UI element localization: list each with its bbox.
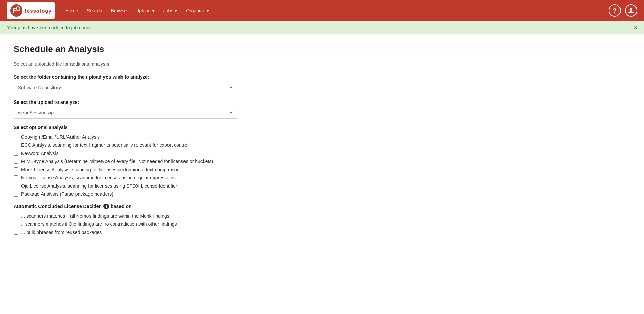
- svg-text:F: F: [13, 6, 17, 14]
- page-subtitle: Select an uploaded file for additional a…: [14, 61, 395, 67]
- notification-banner: Your jobs have been added to job queue ×: [0, 21, 644, 34]
- nav-search[interactable]: Search: [83, 5, 105, 16]
- checkbox-ojo-no-contradiction-input[interactable]: [14, 222, 18, 226]
- optional-analysis-checkboxes: Copyright/Email/URL/Author Analysis ECC …: [14, 134, 395, 197]
- checkbox-monk-input[interactable]: [14, 167, 18, 172]
- nav-links: Home Search Browse Upload ▾ Jobs ▾ Organ…: [62, 5, 609, 16]
- checkbox-keyword-input[interactable]: [14, 151, 18, 156]
- jobs-chevron-icon: ▾: [175, 8, 177, 13]
- organize-chevron-icon: ▾: [207, 8, 209, 13]
- notification-close-button[interactable]: ×: [633, 25, 637, 31]
- checkbox-copyright[interactable]: Copyright/Email/URL/Author Analysis: [14, 134, 395, 140]
- checkbox-package-input[interactable]: [14, 192, 18, 197]
- checkbox-ojo-no-contradiction[interactable]: .. scanners matches if Ojo findings are …: [14, 221, 395, 227]
- notification-message: Your jobs have been added to job queue: [7, 25, 92, 30]
- checkbox-auto-4[interactable]: [14, 238, 395, 242]
- help-button[interactable]: ?: [609, 4, 621, 17]
- checkbox-nomos-label: Nomos License Analysis, scanning for lic…: [21, 175, 176, 180]
- checkbox-ojo-no-contradiction-label: .. scanners matches if Ojo findings are …: [21, 221, 177, 227]
- checkbox-ecc[interactable]: ECC Analysis, scanning for text fragment…: [14, 142, 395, 148]
- user-icon: [628, 7, 634, 14]
- checkbox-keyword[interactable]: Keyword Analysis: [14, 151, 395, 156]
- checkbox-monk-label: Monk License Analysis, scanning for lice…: [21, 167, 179, 172]
- optional-analysis-title: Select optional analysis: [14, 125, 395, 130]
- checkbox-nomos-monk[interactable]: ... scanners matches if all Nomos findin…: [14, 213, 395, 219]
- checkbox-bulk-phrases-input[interactable]: [14, 230, 18, 235]
- checkbox-nomos-input[interactable]: [14, 175, 18, 180]
- checkbox-nomos[interactable]: Nomos License Analysis, scanning for lic…: [14, 175, 395, 180]
- checkbox-nomos-monk-input[interactable]: [14, 214, 18, 218]
- checkbox-ecc-input[interactable]: [14, 143, 18, 147]
- user-button[interactable]: [625, 4, 637, 17]
- info-icon[interactable]: ℹ: [103, 204, 109, 209]
- upload-select[interactable]: webdSession.zip: [14, 107, 238, 119]
- folder-select[interactable]: Software Repository: [14, 82, 238, 93]
- checkbox-package-label: Package Analysis (Parse package headers): [21, 191, 113, 197]
- checkbox-ecc-label: ECC Analysis, scanning for text fragment…: [21, 142, 188, 148]
- nav-organize[interactable]: Organize ▾: [182, 5, 212, 16]
- checkbox-mime-label: MIME-type Analysis (Determine mimetype o…: [21, 159, 213, 164]
- page-title: Schedule an Analysis: [14, 44, 395, 54]
- checkbox-nomos-monk-label: ... scanners matches if all Nomos findin…: [21, 213, 170, 219]
- nav-jobs[interactable]: Jobs ▾: [160, 5, 181, 16]
- nav-browse[interactable]: Browse: [108, 5, 130, 16]
- auto-concluded-title-prefix: Automatic Concluded License Decider,: [14, 204, 102, 209]
- logo[interactable]: F fossology: [7, 2, 55, 19]
- checkbox-copyright-label: Copyright/Email/URL/Author Analysis: [21, 134, 100, 140]
- upload-select-group: Select the upload to analyze: webdSessio…: [14, 99, 395, 119]
- checkbox-monk[interactable]: Monk License Analysis, scanning for lice…: [14, 167, 395, 172]
- checkbox-package[interactable]: Package Analysis (Parse package headers): [14, 191, 395, 197]
- nav-right: ?: [609, 4, 637, 17]
- nav-upload[interactable]: Upload ▾: [132, 5, 158, 16]
- upload-chevron-icon: ▾: [152, 8, 155, 13]
- checkbox-keyword-label: Keyword Analysis: [21, 151, 59, 156]
- auto-concluded-title: Automatic Concluded License Decider, ℹ b…: [14, 204, 395, 209]
- checkbox-copyright-input[interactable]: [14, 135, 18, 139]
- upload-select-label: Select the upload to analyze:: [14, 99, 395, 105]
- auto-concluded-title-suffix: based on: [111, 204, 131, 209]
- checkbox-mime[interactable]: MIME-type Analysis (Determine mimetype o…: [14, 159, 395, 164]
- auto-concluded-section: Automatic Concluded License Decider, ℹ b…: [14, 204, 395, 242]
- checkbox-ojo[interactable]: Ojo License Analysis, scanning for licen…: [14, 183, 395, 189]
- checkbox-bulk-phrases[interactable]: ... bulk phrases from reused packages: [14, 230, 395, 235]
- folder-select-label: Select the folder containing the upload …: [14, 74, 395, 80]
- logo-icon: F: [10, 4, 22, 17]
- checkbox-bulk-phrases-label: ... bulk phrases from reused packages: [21, 230, 102, 235]
- checkbox-auto-4-input[interactable]: [14, 238, 18, 242]
- folder-select-group: Select the folder containing the upload …: [14, 74, 395, 93]
- optional-analysis-section: Select optional analysis Copyright/Email…: [14, 125, 395, 197]
- checkbox-ojo-label: Ojo License Analysis, scanning for licen…: [21, 183, 177, 189]
- nav-home[interactable]: Home: [62, 5, 81, 16]
- navbar: F fossology Home Search Browse Upload ▾ …: [0, 0, 644, 21]
- main-content: Schedule an Analysis Select an uploaded …: [0, 34, 408, 263]
- logo-text: fossology: [25, 8, 52, 14]
- checkbox-ojo-input[interactable]: [14, 184, 18, 188]
- auto-concluded-checkboxes: ... scanners matches if all Nomos findin…: [14, 213, 395, 242]
- checkbox-mime-input[interactable]: [14, 159, 18, 164]
